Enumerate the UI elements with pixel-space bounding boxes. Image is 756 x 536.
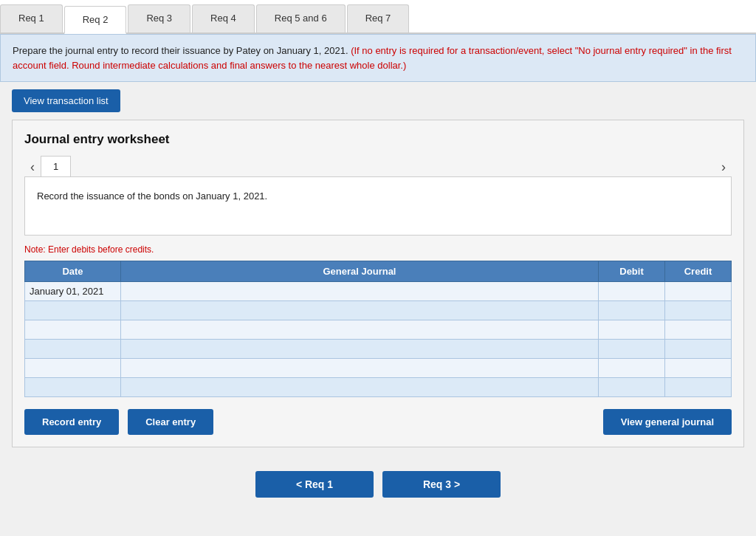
- page-navigation: ‹ 1 ›: [24, 156, 732, 176]
- debit-cell-3[interactable]: [599, 320, 665, 340]
- date-cell-6: [25, 378, 121, 397]
- table-row: [25, 359, 732, 378]
- journal-input-5[interactable]: [121, 359, 598, 377]
- table-row: [25, 340, 732, 359]
- worksheet-container: Journal entry worksheet ‹ 1 › Record the…: [12, 120, 744, 447]
- journal-input-6[interactable]: [121, 378, 598, 396]
- journal-cell-4[interactable]: [121, 340, 599, 359]
- header-debit: Debit: [599, 261, 665, 282]
- credit-input-3[interactable]: [665, 320, 731, 339]
- credit-input-1[interactable]: [665, 282, 731, 300]
- debit-input-4[interactable]: [599, 340, 664, 358]
- tab-req2[interactable]: Req 2: [64, 6, 127, 34]
- credit-input-4[interactable]: [665, 340, 731, 358]
- debit-cell-5[interactable]: [599, 359, 665, 378]
- journal-cell-1[interactable]: [121, 282, 599, 301]
- journal-input-2[interactable]: [121, 301, 598, 320]
- table-row: [25, 320, 732, 340]
- debit-cell-6[interactable]: [599, 378, 665, 397]
- date-cell-1: January 01, 2021: [25, 282, 121, 301]
- tabs-bar: Req 1 Req 2 Req 3 Req 4 Req 5 and 6 Req …: [0, 0, 756, 34]
- date-cell-2: [25, 301, 121, 320]
- tab-req3[interactable]: Req 3: [128, 4, 190, 32]
- journal-cell-3[interactable]: [121, 320, 599, 340]
- header-credit: Credit: [665, 261, 732, 282]
- note-text: Note: Enter debits before credits.: [24, 244, 732, 255]
- journal-input-4[interactable]: [121, 340, 598, 358]
- instruction-main-text: Prepare the journal entry to record thei…: [13, 45, 351, 56]
- journal-cell-6[interactable]: [121, 378, 599, 397]
- tab-req5and6[interactable]: Req 5 and 6: [256, 4, 346, 32]
- debit-input-2[interactable]: [599, 301, 664, 320]
- prev-page-button[interactable]: ‹: [24, 157, 41, 176]
- journal-cell-2[interactable]: [121, 301, 599, 320]
- date-cell-5: [25, 359, 121, 378]
- footer-navigation: < Req 1 Req 3 >: [0, 459, 756, 515]
- description-text: Record the issuance of the bonds on Janu…: [37, 190, 267, 202]
- debit-input-6[interactable]: [599, 378, 664, 396]
- journal-table: Date General Journal Debit Credit Januar…: [24, 261, 732, 397]
- debit-cell-1[interactable]: [599, 282, 665, 301]
- credit-cell-3[interactable]: [665, 320, 732, 340]
- journal-input-3[interactable]: [121, 320, 598, 339]
- prev-req-button[interactable]: < Req 1: [255, 471, 374, 498]
- clear-entry-button[interactable]: Clear entry: [128, 409, 213, 435]
- table-row: [25, 301, 732, 320]
- credit-input-5[interactable]: [665, 359, 731, 377]
- table-row: [25, 378, 732, 397]
- debit-cell-2[interactable]: [599, 301, 665, 320]
- credit-cell-1[interactable]: [665, 282, 732, 301]
- journal-input-1[interactable]: [121, 282, 598, 300]
- record-entry-button[interactable]: Record entry: [24, 409, 119, 435]
- debit-input-3[interactable]: [599, 320, 664, 339]
- tab-req7[interactable]: Req 7: [347, 4, 410, 32]
- view-general-journal-button[interactable]: View general journal: [603, 409, 732, 435]
- debit-input-1[interactable]: [599, 282, 664, 300]
- worksheet-actions: Record entry Clear entry View general jo…: [24, 409, 732, 435]
- worksheet-title: Journal entry worksheet: [24, 132, 732, 147]
- date-cell-3: [25, 320, 121, 340]
- credit-input-6[interactable]: [665, 378, 731, 396]
- view-transaction-button[interactable]: View transaction list: [12, 89, 120, 112]
- date-cell-4: [25, 340, 121, 359]
- description-box: Record the issuance of the bonds on Janu…: [24, 176, 732, 236]
- debit-cell-4[interactable]: [599, 340, 665, 359]
- table-row: January 01, 2021: [25, 282, 732, 301]
- tab-req4[interactable]: Req 4: [192, 4, 255, 32]
- next-page-button[interactable]: ›: [715, 157, 732, 176]
- credit-cell-4[interactable]: [665, 340, 732, 359]
- header-general-journal: General Journal: [121, 261, 599, 282]
- credit-input-2[interactable]: [665, 301, 731, 320]
- debit-input-5[interactable]: [599, 359, 664, 377]
- tab-req1[interactable]: Req 1: [0, 4, 63, 32]
- instruction-banner: Prepare the journal entry to record thei…: [0, 34, 756, 82]
- journal-cell-5[interactable]: [121, 359, 599, 378]
- header-date: Date: [25, 261, 121, 282]
- credit-cell-6[interactable]: [665, 378, 732, 397]
- next-req-button[interactable]: Req 3 >: [382, 471, 501, 498]
- credit-cell-2[interactable]: [665, 301, 732, 320]
- page-number: 1: [41, 156, 71, 176]
- credit-cell-5[interactable]: [665, 359, 732, 378]
